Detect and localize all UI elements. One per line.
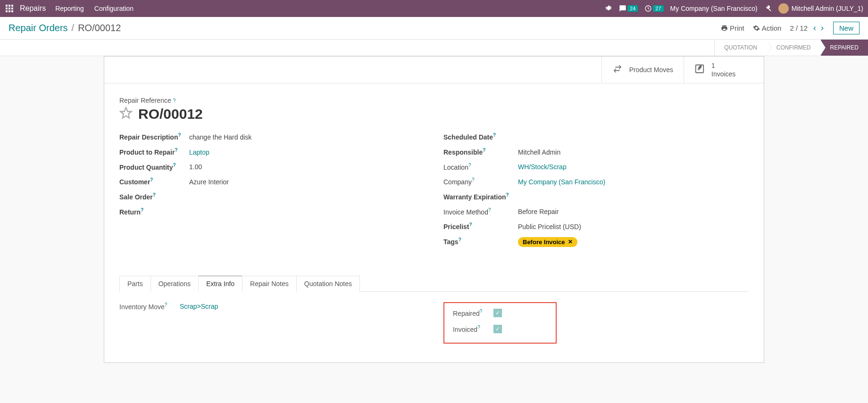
tag-label: Before Invoice xyxy=(523,239,565,246)
brand-name[interactable]: Repairs xyxy=(20,4,46,13)
status-quotation[interactable]: QUOTATION xyxy=(714,40,767,56)
invoiced-checkbox[interactable]: ✓ xyxy=(493,325,502,333)
tab-repair-notes[interactable]: Repair Notes xyxy=(242,276,297,292)
tabs: Parts Operations Extra Info Repair Notes… xyxy=(119,275,749,292)
tab-operations[interactable]: Operations xyxy=(150,276,199,292)
help-icon[interactable]: ? xyxy=(468,163,471,168)
svg-rect-2 xyxy=(11,5,13,7)
help-icon[interactable]: ? xyxy=(141,207,143,213)
svg-rect-4 xyxy=(8,8,10,9)
tools-icon[interactable] xyxy=(764,5,772,12)
product-to-repair-value[interactable]: Laptop xyxy=(189,148,209,156)
help-icon[interactable]: ? xyxy=(483,148,485,153)
activities-badge: 27 xyxy=(653,5,663,12)
messages-badge: 24 xyxy=(627,5,638,12)
help-icon[interactable]: ? xyxy=(477,325,480,330)
svg-rect-0 xyxy=(6,5,8,7)
user-menu[interactable]: Mitchell Admin (JULY_1) xyxy=(778,3,863,14)
help-icon[interactable]: ? xyxy=(165,302,167,307)
inventory-move-value[interactable]: Scrap>Scrap xyxy=(180,303,218,310)
sale-order-label: Sale Order? xyxy=(119,192,189,201)
repaired-checkbox[interactable]: ✓ xyxy=(493,309,502,317)
status-confirmed[interactable]: CONFIRMED xyxy=(767,40,820,56)
priority-star-icon[interactable] xyxy=(119,107,133,122)
repair-description-label: Repair Description? xyxy=(119,132,189,141)
repair-description-value[interactable]: change the Hard disk xyxy=(189,133,251,141)
help-icon[interactable]: ? xyxy=(472,177,475,182)
breadcrumb-parent[interactable]: Repair Orders xyxy=(8,23,68,33)
help-icon[interactable]: ? xyxy=(153,192,156,197)
action-button[interactable]: Action xyxy=(753,24,782,32)
svg-rect-5 xyxy=(11,8,13,9)
pricelist-value[interactable]: Public Pricelist (USD) xyxy=(518,223,581,230)
help-icon[interactable]: ? xyxy=(469,222,472,227)
print-button[interactable]: Print xyxy=(721,24,744,32)
form-col-right: Scheduled Date? Responsible? Mitchell Ad… xyxy=(443,132,749,254)
repaired-label: Repaired? xyxy=(453,309,493,317)
invoices-count: 1 xyxy=(711,61,735,70)
help-icon[interactable]: ? xyxy=(488,207,491,213)
invoice-method-label: Invoice Method? xyxy=(443,207,518,216)
scheduled-date-label: Scheduled Date? xyxy=(443,132,518,141)
form-body: Repair Reference? RO/00012 Repair Descri… xyxy=(104,83,764,267)
return-label: Return? xyxy=(119,207,189,216)
tab-parts[interactable]: Parts xyxy=(119,276,151,292)
svg-rect-8 xyxy=(11,10,13,12)
nav-reporting[interactable]: Reporting xyxy=(55,5,84,12)
customer-label: Customer? xyxy=(119,177,189,186)
navbar: Repairs Reporting Configuration 24 27 My… xyxy=(0,0,868,17)
status-repaired[interactable]: REPAIRED xyxy=(820,40,868,56)
help-icon[interactable]: ? xyxy=(480,309,483,314)
tags-label: Tags? xyxy=(443,237,518,246)
company-switcher[interactable]: My Company (San Francisco) xyxy=(670,5,758,12)
content-wrap: Product Moves 1 Invoices Repair Referenc… xyxy=(0,56,868,363)
invoices-label: Invoices xyxy=(711,70,735,78)
tags-value[interactable]: Before Invoice ✕ xyxy=(518,237,577,247)
product-quantity-value[interactable]: 1.00 xyxy=(189,163,202,171)
activities-icon[interactable]: 27 xyxy=(644,5,663,12)
statusbar-row: QUOTATION CONFIRMED REPAIRED xyxy=(0,40,868,56)
help-icon[interactable]: ? xyxy=(150,177,153,182)
form-col-left: Repair Description? change the Hard disk… xyxy=(119,132,425,254)
control-panel: Repair Orders / RO/00012 Print Action 2 … xyxy=(0,17,868,40)
breadcrumb-separator: / xyxy=(72,23,75,33)
notebook: Parts Operations Extra Info Repair Notes… xyxy=(104,275,764,362)
tag-remove-icon[interactable]: ✕ xyxy=(568,239,573,245)
new-button[interactable]: New xyxy=(833,22,860,34)
svg-rect-3 xyxy=(6,8,8,9)
help-icon[interactable]: ? xyxy=(178,132,181,138)
product-moves-button[interactable]: Product Moves xyxy=(601,57,684,83)
pager-next[interactable]: › xyxy=(820,23,825,33)
help-icon[interactable]: ? xyxy=(459,237,461,242)
tab-col-right: Repaired? ✓ Invoiced? ✓ xyxy=(443,302,749,344)
pager: 2 / 12 ‹ › xyxy=(790,23,825,33)
messages-icon[interactable]: 24 xyxy=(619,5,638,12)
help-icon[interactable]: ? xyxy=(175,148,177,153)
nav-configuration[interactable]: Configuration xyxy=(94,5,134,12)
customer-value[interactable]: Azure Interior xyxy=(189,178,229,186)
pager-text[interactable]: 2 / 12 xyxy=(790,24,808,32)
invoices-button[interactable]: 1 Invoices xyxy=(684,57,764,83)
product-moves-label: Product Moves xyxy=(629,66,673,74)
gear-icon xyxy=(753,25,760,32)
warranty-label: Warranty Expiration? xyxy=(443,192,518,201)
help-icon[interactable]: ? xyxy=(493,132,496,138)
pager-prev[interactable]: ‹ xyxy=(812,23,817,33)
invoiced-label: Invoiced? xyxy=(453,325,493,333)
location-value[interactable]: WH/Stock/Scrap xyxy=(518,163,567,171)
title-label: Repair Reference? xyxy=(119,97,749,104)
button-box: Product Moves 1 Invoices xyxy=(104,57,764,83)
help-icon[interactable]: ? xyxy=(173,163,176,168)
invoice-method-value[interactable]: Before Repair xyxy=(518,208,559,215)
company-value[interactable]: My Company (San Francisco) xyxy=(518,178,605,186)
debug-icon[interactable] xyxy=(605,5,612,12)
tab-quotation-notes[interactable]: Quotation Notes xyxy=(296,276,360,292)
cp-right: Print Action 2 / 12 ‹ › New xyxy=(721,22,860,34)
tab-col-left: Inventory Move? Scrap>Scrap xyxy=(119,302,425,344)
apps-icon[interactable] xyxy=(5,4,14,13)
help-icon[interactable]: ? xyxy=(173,98,176,103)
responsible-value[interactable]: Mitchell Admin xyxy=(518,148,560,156)
tab-extra-info[interactable]: Extra Info xyxy=(198,276,242,292)
tag-before-invoice[interactable]: Before Invoice ✕ xyxy=(518,237,577,247)
help-icon[interactable]: ? xyxy=(506,192,509,197)
